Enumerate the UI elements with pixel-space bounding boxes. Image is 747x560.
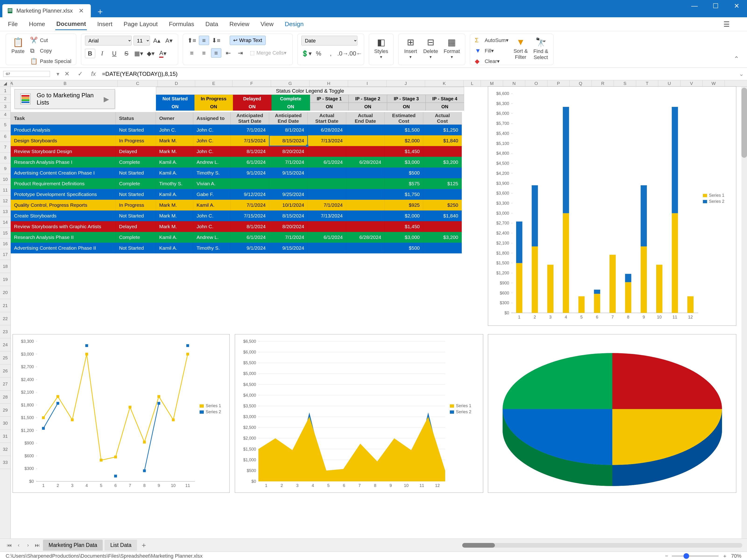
row-header[interactable]: 20 [0, 286, 10, 299]
column-header[interactable]: E [195, 80, 232, 86]
row-header[interactable]: 27 [0, 377, 10, 391]
column-header[interactable]: U [658, 80, 680, 86]
table-cell[interactable]: $250 [423, 200, 462, 211]
row-header[interactable]: 18 [0, 260, 10, 273]
row-header[interactable]: 12 [0, 195, 10, 206]
legend-toggle[interactable]: ON [387, 103, 426, 111]
menu-home[interactable]: Home [28, 19, 46, 30]
row-header[interactable]: 14 [0, 217, 10, 228]
table-cell[interactable]: Gabe F. [193, 189, 231, 200]
table-cell[interactable]: 6/1/2024 [231, 157, 269, 167]
increase-decimal-icon[interactable]: .0→ [338, 49, 348, 58]
table-cell[interactable] [346, 125, 385, 135]
column-header[interactable]: C [118, 80, 158, 86]
table-cell[interactable] [308, 178, 346, 189]
increase-font-icon[interactable]: A▴ [152, 36, 162, 45]
legend-toggle[interactable]: ON [426, 103, 464, 111]
table-cell[interactable]: 9/15/2024 [269, 167, 308, 178]
legend-status[interactable]: Complete [272, 95, 310, 103]
table-cell[interactable]: Mark M. [156, 200, 193, 211]
table-cell[interactable]: $1,840 [423, 211, 462, 221]
table-cell[interactable]: 9/12/2024 [231, 189, 269, 200]
row-header[interactable]: 30 [0, 417, 10, 430]
table-cell[interactable]: Timothy S. [193, 243, 231, 254]
table-cell[interactable]: 9/1/2024 [231, 167, 269, 178]
table-cell[interactable] [346, 189, 385, 200]
table-cell[interactable]: 7/15/2024 [231, 211, 269, 221]
table-cell[interactable]: 8/15/2024 [269, 135, 308, 146]
bold-button[interactable]: B [85, 49, 95, 58]
column-header[interactable]: P [547, 80, 570, 86]
column-header-cell[interactable]: Status [116, 112, 156, 125]
table-cell[interactable]: $1,750 [385, 189, 423, 200]
borders-button[interactable]: ▦▾ [133, 49, 144, 58]
column-header-cell[interactable]: Actual Cost [423, 112, 462, 125]
column-header-cell[interactable]: Assigned to [193, 112, 231, 125]
stacked-bar-chart[interactable]: $0$300$600$900$1,200$1,500$1,800$2,100$2… [488, 86, 736, 326]
area-chart[interactable]: $0$500$1,000$1,500$2,000$2,500$3,000$3,5… [235, 334, 483, 493]
decrease-font-icon[interactable]: A▾ [164, 36, 174, 45]
zoom-slider[interactable] [672, 556, 719, 557]
comma-button[interactable]: , [326, 49, 336, 58]
table-cell[interactable]: $500 [385, 243, 423, 254]
menu-design[interactable]: Design [284, 19, 305, 30]
table-cell[interactable] [308, 146, 346, 157]
collapse-chevron-icon[interactable]: ⌃ [731, 53, 741, 65]
paste-button[interactable]: 📋Paste [9, 36, 26, 56]
table-cell[interactable]: Prototype Development Specifications [11, 189, 116, 200]
menu-file[interactable]: File [7, 19, 19, 30]
styles-button[interactable]: ◧Styles▾ [373, 36, 390, 61]
column-header[interactable]: K [425, 80, 464, 86]
table-cell[interactable]: Design Storyboards [11, 135, 116, 146]
table-cell[interactable]: Delayed [116, 221, 156, 232]
format-cells-button[interactable]: ▦Format▾ [442, 36, 462, 61]
table-cell[interactable]: John C. [193, 125, 231, 135]
indent-increase-icon[interactable]: ⇥ [235, 48, 246, 58]
fx-icon[interactable]: fx [87, 70, 99, 77]
row-header[interactable]: 26 [0, 365, 10, 377]
close-window-button[interactable]: ✕ [726, 0, 747, 12]
table-cell[interactable]: 7/13/2024 [308, 135, 346, 146]
table-cell[interactable]: Delayed [116, 146, 156, 157]
table-cell[interactable]: Research Analysis Phase II [11, 232, 116, 243]
vertical-scrollbar[interactable] [741, 87, 747, 549]
menu-page-layout[interactable]: Page Layout [123, 19, 158, 30]
sheet-tab-listdata[interactable]: List Data [105, 540, 137, 551]
number-format-select[interactable]: Date [301, 36, 357, 46]
column-header-cell[interactable]: Anticipated Start Date [231, 112, 269, 125]
row-header[interactable]: 19 [0, 273, 10, 286]
table-cell[interactable] [346, 167, 385, 178]
column-header[interactable]: G [271, 80, 310, 86]
table-cell[interactable]: Not Started [116, 167, 156, 178]
table-cell[interactable]: Kamil A. [156, 167, 193, 178]
goto-lists-button[interactable]: Go to Marketing Plan Lists ▶ [15, 89, 115, 109]
align-right-icon[interactable]: ≡ [211, 48, 221, 58]
row-header[interactable]: 9 [0, 163, 10, 174]
row-header[interactable]: 15 [0, 228, 10, 238]
fill-color-button[interactable]: ◆▾ [146, 49, 156, 58]
row-header[interactable]: 11 [0, 185, 10, 195]
menu-insert[interactable]: Insert [96, 19, 113, 30]
table-cell[interactable]: $500 [385, 167, 423, 178]
row-header[interactable]: 33 [0, 456, 10, 469]
row-header[interactable]: 31 [0, 430, 10, 443]
table-cell[interactable]: John C. [193, 135, 231, 146]
table-cell[interactable] [346, 221, 385, 232]
table-cell[interactable]: 6/28/2024 [308, 125, 346, 135]
zoom-in-button[interactable]: ＋ [722, 553, 727, 560]
table-cell[interactable]: In Progress [116, 135, 156, 146]
table-cell[interactable]: 10/1/2024 [269, 200, 308, 211]
table-cell[interactable]: Not Started [116, 243, 156, 254]
column-header[interactable]: O [525, 80, 547, 86]
table-cell[interactable]: 8/1/2024 [231, 221, 269, 232]
row-header[interactable]: 21 [0, 299, 10, 312]
menu-formulas[interactable]: Formulas [168, 19, 195, 30]
new-tab-button[interactable]: ＋ [96, 7, 105, 16]
column-header-cell[interactable]: Actual End Date [346, 112, 385, 125]
delete-cells-button[interactable]: ⊟Delete▾ [422, 36, 440, 61]
italic-button[interactable]: I [97, 49, 107, 58]
legend-status[interactable]: Delayed [233, 95, 272, 103]
row-header[interactable]: 8 [0, 153, 10, 163]
align-left-icon[interactable]: ≡ [187, 48, 197, 58]
table-cell[interactable]: $1,840 [423, 135, 462, 146]
